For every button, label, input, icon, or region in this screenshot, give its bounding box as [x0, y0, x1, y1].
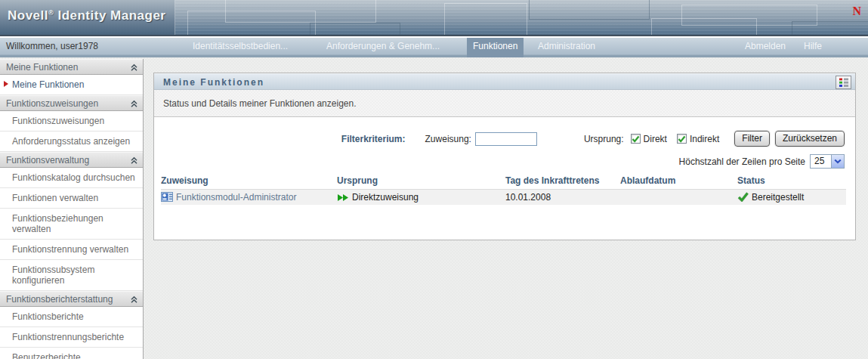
sidebar-item-label: Funktionszuweisungen	[12, 116, 104, 126]
collapse-chevron-icon[interactable]	[130, 156, 138, 165]
app-title: Novell® Identity Manager	[0, 0, 175, 23]
role-card-icon	[161, 192, 173, 202]
sidebar-section-funktionsberichterstattung[interactable]: Funktionsberichterstattung	[0, 291, 143, 307]
reset-button[interactable]: Zurücksetzen	[775, 131, 845, 147]
tab-identitaetsselbstbedienung[interactable]: Identitätsselbstbedien...	[193, 38, 288, 54]
status-text: Bereitgestellt	[752, 192, 804, 203]
section-title: Funktionsverwaltung	[6, 155, 89, 166]
assignment-cell: Funktionsmodul-Administrator	[161, 190, 337, 206]
expiry-date-cell	[620, 190, 737, 206]
column-header-tag-des-inkrafttretens: Tag des Inkrafttretens	[505, 175, 620, 190]
sidebar-item-funktionsbeziehungen-verwalten[interactable]: Funktionsbeziehungen verwalten	[0, 209, 143, 240]
sidebar-item-funktionstrennungsberichte[interactable]: Funktionstrennungsberichte	[0, 327, 143, 348]
banner-decoration	[529, 0, 650, 20]
sidebar-item-label: Funktionstrennungsberichte	[12, 332, 124, 342]
sidebar-item-funktionsberichte[interactable]: Funktionsberichte	[0, 307, 143, 327]
sidebar-item-benutzerberichte[interactable]: Benutzerberichte	[0, 348, 143, 359]
display-options-button[interactable]	[836, 76, 851, 89]
sidebar-item-label: Anforderungsstatus anzeigen	[12, 136, 130, 147]
sidebar-item-label: Funktionssubsystem konfigurieren	[12, 265, 94, 286]
collapse-chevron-icon[interactable]	[130, 296, 138, 304]
role-link[interactable]: Funktionsmodul-Administrator	[176, 192, 296, 203]
tab-anforderungen-genehmigungen[interactable]: Anforderungen & Genehm...	[326, 38, 440, 54]
welcome-text: Willkommen, user1978	[6, 38, 98, 54]
banner-decoration	[310, 23, 400, 36]
column-header-ursprung: Ursprung	[337, 175, 505, 190]
filter-button[interactable]: Filter	[734, 131, 770, 147]
sidebar-item-funktionssubsystem-konfigurieren[interactable]: Funktionssubsystem konfigurieren	[0, 260, 143, 291]
table-row: Funktionsmodul-Administrator Direktzuwei…	[161, 190, 846, 206]
direct-checkbox[interactable]	[631, 134, 641, 144]
indirect-checkbox[interactable]	[677, 134, 687, 144]
navbar: Willkommen, user1978 Identitätsselbstbed…	[0, 38, 868, 57]
check-icon	[632, 135, 640, 143]
navbar-main: Willkommen, user1978 Identitätsselbstbed…	[0, 38, 868, 54]
source-cell: Direktzuweisung	[337, 190, 505, 206]
sidebar-section-funktionszuweisungen[interactable]: Funktionszuweisungen	[0, 95, 143, 111]
pager-row: Höchstzahl der Zeilen pro Seite 25	[154, 154, 855, 169]
sidebar-item-label: Funktionsbeziehungen verwalten	[12, 213, 103, 234]
roles-table: Zuweisung Ursprung Tag des Inkrafttreten…	[161, 175, 846, 205]
sidebar-item-label: Benutzerberichte	[12, 352, 81, 359]
logout-link[interactable]: Abmelden	[745, 38, 786, 54]
collapse-chevron-icon[interactable]	[130, 63, 138, 72]
collapse-chevron-icon[interactable]	[130, 100, 138, 108]
banner-decoration	[444, 3, 527, 36]
rows-per-page-value: 25	[811, 155, 831, 168]
selected-arrow-icon	[4, 81, 8, 87]
sidebar-section-meine-funktionen[interactable]: Meine Funktionen	[0, 59, 143, 75]
filter-row: Filterkriterium: Zuweisung: Ursprung: Di…	[154, 131, 855, 147]
meine-funktionen-panel: Meine Funktionen Status und Details mein…	[153, 73, 856, 240]
effective-date-cell: 10.01.2008	[505, 190, 620, 206]
sidebar-item-funktionen-verwalten[interactable]: Funktionen verwalten	[0, 188, 143, 209]
filter-criteria-label: Filterkriterium:	[341, 134, 406, 144]
legend-grid-icon	[839, 77, 849, 88]
check-icon	[678, 135, 686, 143]
panel-title: Meine Funktionen	[154, 74, 855, 88]
sidebar-item-funktionstrennung-verwalten[interactable]: Funktionstrennung verwalten	[0, 240, 143, 260]
section-title: Meine Funktionen	[6, 62, 78, 73]
column-header-ablaufdatum: Ablaufdatum	[620, 175, 737, 190]
panel-description: Status und Details meiner Funktionen anz…	[154, 90, 855, 117]
help-link[interactable]: Hilfe	[804, 38, 822, 54]
sidebar-item-meine-funktionen[interactable]: Meine Funktionen	[0, 75, 143, 95]
indirect-checkbox-label: Indirekt	[690, 134, 719, 144]
tab-administration[interactable]: Administration	[538, 38, 595, 54]
sidebar-item-label: Funktionsberichte	[12, 311, 84, 322]
brand-block: Novell® Identity Manager	[0, 0, 175, 36]
tab-funktionen[interactable]: Funktionen	[467, 38, 524, 57]
column-header-zuweisung: Zuweisung	[161, 175, 337, 190]
banner-decoration	[225, 0, 376, 23]
sidebar-item-label: Meine Funktionen	[12, 79, 84, 90]
novell-n-logo: N	[852, 5, 861, 19]
section-title: Funktionsberichterstattung	[6, 294, 113, 305]
sidebar-item-funktionszuweisungen[interactable]: Funktionszuweisungen	[0, 111, 143, 132]
assignment-filter-label: Zuweisung:	[425, 134, 471, 144]
double-green-arrow-icon	[337, 193, 349, 202]
section-title: Funktionszuweisungen	[6, 98, 98, 109]
rows-per-page-label: Höchstzahl der Zeilen pro Seite	[679, 156, 805, 167]
sidebar: Meine Funktionen Meine Funktionen Funkti…	[0, 59, 144, 359]
column-header-status: Status	[737, 175, 846, 190]
sidebar-item-label: Funktionstrennung verwalten	[12, 244, 128, 255]
sidebar-section-funktionsverwaltung[interactable]: Funktionsverwaltung	[0, 152, 143, 168]
sidebar-item-label: Funktionskatalog durchsuchen	[12, 172, 135, 183]
chevron-down-icon	[831, 155, 844, 168]
rows-per-page-select[interactable]: 25	[810, 154, 845, 169]
panel-header: Meine Funktionen	[154, 73, 855, 90]
assignment-filter-input[interactable]	[475, 132, 537, 146]
direct-checkbox-label: Direkt	[644, 134, 667, 144]
green-check-icon	[737, 192, 749, 202]
sidebar-item-funktionskatalog-durchsuchen[interactable]: Funktionskatalog durchsuchen	[0, 168, 143, 188]
sidebar-item-anforderungsstatus-anzeigen[interactable]: Anforderungsstatus anzeigen	[0, 132, 143, 152]
page: Novell® Identity Manager N Willkommen, u…	[0, 0, 868, 359]
top-banner: Novell® Identity Manager N	[0, 0, 868, 36]
banner-decoration	[792, 21, 868, 36]
source-filter-label: Ursprung:	[584, 134, 624, 144]
sidebar-item-label: Funktionen verwalten	[12, 193, 98, 203]
status-cell: Bereitgestellt	[737, 190, 846, 206]
content-area: Meine Funktionen Meine Funktionen Funkti…	[0, 57, 868, 359]
source-text: Direktzuweisung	[352, 192, 419, 203]
